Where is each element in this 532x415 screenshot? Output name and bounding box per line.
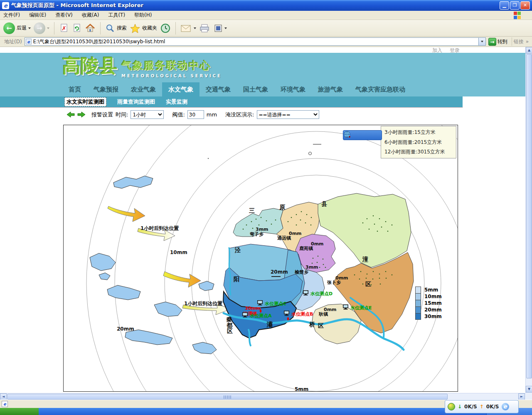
menu-tools[interactable]: 工具(T) [108, 12, 125, 19]
alert-town-rain: 30mm [245, 306, 261, 311]
search-button[interactable]: 搜索 [105, 23, 127, 33]
neighbor-qu-south: 区 [318, 322, 324, 329]
edit-dropdown-icon[interactable] [224, 27, 227, 29]
neighbor-yuan: 原 [279, 204, 286, 210]
menu-help[interactable]: 帮助(H) [134, 12, 152, 19]
subtab-realtime-monitor[interactable]: 水文实时监测图 [64, 97, 106, 106]
ring-label-5mm: 5mm [295, 386, 308, 392]
subtab-rain-query[interactable]: 雨量查询监测图 [117, 98, 155, 106]
back-button[interactable]: ← 后退 [3, 22, 31, 34]
edit-icon [214, 24, 223, 33]
horizontal-scrollbar[interactable]: ◄ ► [0, 393, 525, 400]
nav-hydrology[interactable]: 水文气象 [162, 82, 200, 96]
scroll-down-button[interactable]: ▼ [526, 386, 532, 393]
svg-text:✗: ✗ [62, 25, 66, 32]
back-dropdown-icon[interactable] [28, 27, 31, 29]
arrow-label-1: 1小时后到达位置 [140, 225, 179, 231]
top-strip: 加入 登录 [0, 47, 525, 53]
close-button[interactable]: ✕ [520, 1, 530, 10]
edit-button[interactable] [214, 24, 227, 33]
start-button[interactable] [0, 408, 39, 415]
nav-home[interactable]: 首页 [62, 82, 87, 96]
nav-land[interactable]: 国土气象 [237, 82, 274, 96]
neighbor-qu-sw: 区 [227, 328, 233, 334]
globe-icon[interactable] [343, 131, 351, 138]
back-icon: ← [3, 22, 15, 34]
minimize-button[interactable]: ▁ [500, 1, 509, 10]
net-speed-widget[interactable]: ↓ 0K/S ↑ 0K/S e [445, 400, 519, 413]
links-button[interactable]: 链接 » [514, 38, 529, 45]
flood-demo-select[interactable]: ==请选择== [257, 110, 319, 119]
address-bar: 地址(D) e E:\气象台\原型20110530\原型20110530\swy… [0, 37, 532, 47]
nav-agriculture[interactable]: 农业气象 [125, 82, 162, 96]
nav-traffic[interactable]: 交通气象 [200, 82, 237, 96]
refresh-button[interactable] [72, 23, 82, 33]
stop-button[interactable]: ✗ [59, 23, 69, 33]
mail-button[interactable] [180, 24, 196, 33]
station-C-label: 水位测点C [264, 301, 286, 306]
neighbor-yang: 阳 [234, 276, 239, 282]
history-button[interactable] [160, 23, 171, 34]
nav-disaster-emergency[interactable]: 气象灾害应急联动 [349, 82, 411, 96]
small-dot-marker [208, 158, 209, 159]
refresh-icon [72, 23, 82, 33]
nav-environment[interactable]: 环境气象 [274, 82, 312, 96]
nav-weather-forecast[interactable]: 气象预报 [87, 82, 125, 96]
threshold-unit: mm [207, 111, 217, 118]
print-button[interactable] [199, 23, 211, 33]
time-select[interactable]: 1小时 [131, 110, 164, 119]
neighbor-tong: 潼 [362, 256, 368, 262]
station-A-label: 水位测点A [249, 313, 272, 319]
search-icon [105, 23, 115, 33]
window-title: 气象预报页面原型 - Microsoft Internet Explorer [11, 2, 500, 9]
upload-speed: 0K/S [486, 404, 499, 410]
menu-favorites[interactable]: 收藏(A) [82, 12, 99, 19]
menu-edit[interactable]: 编辑(E) [29, 12, 46, 19]
status-page-icon: e [2, 401, 8, 407]
scroll-up-button[interactable]: ▲ [526, 47, 532, 54]
main-nav: 首页 气象预报 农业气象 水文气象 交通气象 国土气象 环境气象 旅游气象 气象… [62, 82, 411, 96]
rain-6h: 6小时面雨量:2015立方米 [384, 139, 453, 146]
address-input[interactable]: e E:\气象台\原型20110530\原型20110530\swyb-list… [25, 37, 479, 46]
next-arrow-button[interactable] [77, 111, 86, 118]
history-icon [160, 23, 171, 34]
prev-arrow-button[interactable] [66, 111, 75, 118]
small-circle-marker [309, 152, 312, 155]
label-gengzhen: 耿镇 [318, 311, 328, 317]
legend-item: 5mm [415, 287, 442, 293]
station-E-label: 水位测点E [350, 305, 372, 311]
nav-tourism[interactable]: 旅游气象 [312, 82, 349, 96]
scrollbar-corner [525, 393, 532, 400]
legend-item: 15mm [415, 300, 442, 306]
rain-12h: 12小时面雨量:3015立方米 [384, 148, 453, 156]
menu-view[interactable]: 查看(V) [55, 12, 73, 19]
mail-dropdown-icon[interactable] [194, 27, 196, 29]
hydrology-map[interactable]: 10mm 20mm 5mm 1小时后到达位置 1 [63, 125, 458, 392]
vertical-scrollbar[interactable]: ▲ ▼ [525, 47, 532, 393]
neighbor-qu-east: 区 [365, 281, 371, 287]
menu-file[interactable]: 文件(F) [3, 12, 20, 19]
rain-info-box: 3小时面雨量:15立方米 6小时面雨量:2015立方米 12小时面雨量:3015… [381, 126, 456, 158]
control-bar: 报警设置 时间: 1小时 阀值: mm 淹没区演示: ==请选择== [0, 107, 463, 121]
scroll-left-button[interactable]: ◄ [0, 393, 7, 400]
sub-nav: 水文实时监测图 雨量查询监测图 实景监测 [0, 96, 463, 107]
forward-button[interactable]: → [34, 22, 49, 34]
station-B[interactable]: 水位测点B [284, 311, 313, 321]
address-label: 地址(D) [4, 38, 22, 45]
favorites-button[interactable]: 收藏夹 [130, 23, 157, 33]
favorites-label: 收藏夹 [142, 25, 157, 32]
threshold-input[interactable] [187, 110, 204, 119]
ie-tray-icon[interactable]: e [502, 403, 509, 410]
toolbar-separator [100, 22, 101, 35]
subtab-live-view[interactable]: 实景监测 [166, 98, 187, 106]
scroll-right-button[interactable]: ► [518, 393, 525, 400]
address-dropdown-button[interactable] [479, 37, 486, 46]
time-label: 时间: [116, 111, 128, 119]
horizontal-scroll-thumb[interactable] [7, 394, 448, 400]
go-arrow-icon: → [488, 38, 496, 46]
maximize-button[interactable]: ❐ [510, 1, 520, 10]
vertical-scroll-thumb[interactable] [526, 54, 532, 378]
station-D-label: 水位测点D [310, 291, 332, 296]
home-button[interactable] [85, 23, 96, 33]
go-button[interactable]: → 转到 [488, 38, 507, 46]
